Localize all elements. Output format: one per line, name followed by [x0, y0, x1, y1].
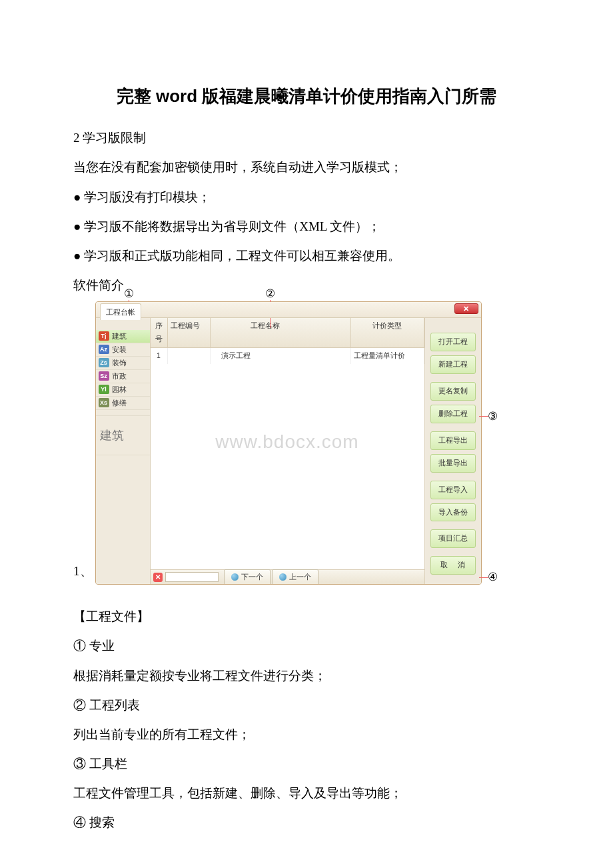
sidebar-icon-az: Az: [99, 345, 109, 354]
cancel-button[interactable]: 取 消: [430, 556, 476, 575]
globe-icon: [231, 573, 239, 581]
new-project-button[interactable]: 新建工程: [430, 355, 476, 374]
screenshot: ① ② ③ ④ 工程台帐 ✕ Tj 建筑 A: [95, 301, 482, 585]
sidebar-icon-sz: Sz: [99, 371, 109, 381]
section-project-file: 【工程文件】: [73, 605, 540, 629]
item-1-desc: 根据消耗量定额按专业将工程文件进行分类；: [73, 664, 540, 688]
sidebar-icon-yl: Yl: [99, 385, 109, 394]
app-window: 工程台帐 ✕ Tj 建筑 Az 安装 Zs: [95, 301, 482, 585]
window-body: Tj 建筑 Az 安装 Zs 装饰 Sz 市政: [96, 318, 481, 584]
toolbar: 打开工程 新建工程 更名复制 删除工程 工程导出 批量导出 工程导入 导入备份 …: [425, 318, 481, 584]
sidebar-icon-xs: Xs: [99, 398, 109, 407]
next-button[interactable]: 下一个: [224, 569, 271, 585]
table-footer: ✕ 下一个 上一个: [151, 569, 424, 584]
callout-4-line: [479, 577, 488, 578]
callout-3: ③: [487, 411, 499, 423]
watermark-text: www.bdocx.com: [151, 424, 424, 459]
item-1-heading: ① 专业: [73, 634, 540, 658]
item-2-heading: ② 工程列表: [73, 693, 540, 717]
prev-button[interactable]: 上一个: [272, 569, 318, 585]
para-bullet-2: ● 学习版不能将数据导出为省导则文件（XML 文件）；: [73, 215, 540, 239]
cell-project-name: 演示工程: [211, 348, 351, 364]
callout-4: ④: [487, 571, 499, 583]
figure-container: 1、 ① ② ③ ④ 工程台帐 ✕ Tj 建筑: [73, 301, 540, 585]
next-button-label: 下一个: [241, 571, 263, 584]
category-sidebar: Tj 建筑 Az 安装 Zs 装饰 Sz 市政: [96, 318, 151, 584]
sidebar-item-zhuangshi[interactable]: Zs 装饰: [96, 357, 150, 370]
sidebar-item-yuanlin[interactable]: Yl 园林: [96, 383, 150, 397]
cell-pricing-type: 工程量清单计价: [351, 348, 424, 364]
cell-seq: 1: [151, 348, 168, 364]
batch-export-button[interactable]: 批量导出: [430, 454, 476, 473]
rename-copy-button[interactable]: 更名复制: [430, 382, 476, 401]
col-project-name: 工程名称: [211, 318, 351, 347]
item-4-heading: ④ 搜索: [73, 811, 540, 835]
item-2-desc: 列出当前专业的所有工程文件；: [73, 723, 540, 747]
window-titlebar: 工程台帐 ✕: [96, 302, 481, 318]
open-project-button[interactable]: 打开工程: [430, 333, 476, 351]
prev-button-label: 上一个: [289, 571, 311, 584]
callout-2: ②: [265, 288, 277, 300]
delete-project-button[interactable]: 删除工程: [430, 405, 476, 423]
window-tab[interactable]: 工程台帐: [100, 303, 141, 321]
callout-3-line: [479, 416, 488, 417]
project-summary-button[interactable]: 项目汇总: [430, 529, 476, 548]
sidebar-item-jianzhu[interactable]: Tj 建筑: [96, 330, 150, 343]
clear-search-icon[interactable]: ✕: [153, 573, 163, 582]
import-backup-button[interactable]: 导入备份: [430, 503, 476, 522]
sidebar-current-category: 建筑: [96, 415, 150, 455]
figure-index: 1、: [73, 559, 93, 585]
sidebar-item-shizheng[interactable]: Sz 市政: [96, 370, 150, 383]
close-icon: ✕: [463, 302, 469, 316]
project-table-header: 序号 工程编号 工程名称 计价类型: [151, 318, 424, 348]
item-3-heading: ③ 工具栏: [73, 752, 540, 776]
sidebar-label: 修缮: [112, 396, 127, 410]
search-input[interactable]: [165, 572, 219, 582]
globe-icon: [279, 573, 287, 581]
sidebar-icon-tj: Tj: [99, 331, 109, 341]
sidebar-item-xiushan[interactable]: Xs 修缮: [96, 397, 150, 410]
para-limit-intro: 当您在没有配套加密锁使用时，系统自动进入学习版模式；: [73, 155, 540, 179]
project-list-pane: 序号 工程编号 工程名称 计价类型 1 演示工程 工程量清单计价 www.bdo…: [151, 318, 425, 584]
cell-project-number: [168, 348, 211, 364]
item-3-desc: 工程文件管理工具，包括新建、删除、导入及导出等功能；: [73, 781, 540, 805]
para-limit-heading: 2 学习版限制: [73, 126, 540, 150]
table-row[interactable]: 1 演示工程 工程量清单计价: [151, 348, 424, 364]
para-bullet-1: ● 学习版没有打印模块；: [73, 185, 540, 209]
callout-1: ①: [123, 288, 135, 300]
sidebar-label: 市政: [112, 369, 127, 383]
col-seq: 序号: [151, 318, 168, 347]
sidebar-icon-zs: Zs: [99, 358, 109, 367]
import-project-button[interactable]: 工程导入: [430, 481, 476, 499]
col-project-number: 工程编号: [168, 318, 211, 347]
sidebar-label: 园林: [112, 383, 127, 397]
page-title: 完整 word 版福建晨曦清单计价使用指南入门所需: [73, 80, 540, 113]
window-close-button[interactable]: ✕: [454, 303, 478, 314]
sidebar-label: 建筑: [112, 329, 127, 343]
export-project-button[interactable]: 工程导出: [430, 431, 476, 450]
sidebar-item-anzhuang[interactable]: Az 安装: [96, 343, 150, 357]
sidebar-label: 安装: [112, 343, 127, 357]
para-bullet-3: ● 学习版和正式版功能相同，工程文件可以相互兼容使用。: [73, 244, 540, 268]
table-empty-area: www.bdocx.com: [151, 364, 424, 570]
para-software-intro: 软件简介: [73, 273, 540, 297]
col-pricing-type: 计价类型: [351, 318, 424, 347]
sidebar-label: 装饰: [112, 356, 127, 370]
